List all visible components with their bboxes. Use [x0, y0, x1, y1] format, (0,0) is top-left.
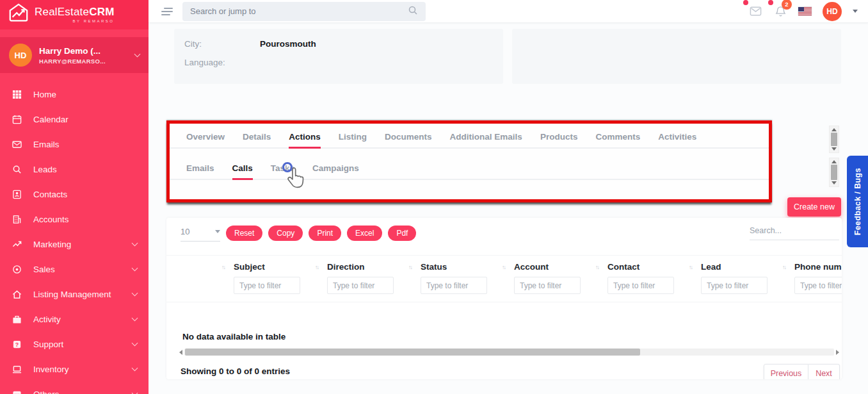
language-flag-icon[interactable]: [798, 7, 812, 15]
sidebar-item-accounts[interactable]: Accounts: [0, 207, 149, 232]
tab-scrollbar-lower[interactable]: [829, 158, 839, 187]
target-icon: [12, 265, 22, 275]
tab-details[interactable]: Details: [243, 132, 271, 147]
scroll-right-icon[interactable]: [836, 350, 839, 355]
sidebar-item-emails[interactable]: Emails: [0, 132, 149, 157]
tab-products[interactable]: Products: [540, 132, 578, 147]
subtab-campaigns[interactable]: Campaigns: [312, 163, 359, 179]
sidebar-item-activity[interactable]: Activity: [0, 307, 149, 332]
horizontal-scrollbar[interactable]: [179, 348, 839, 356]
page-size-select[interactable]: 10: [181, 227, 220, 242]
global-search: [182, 2, 426, 21]
envelope-icon: [12, 140, 22, 150]
svg-text:?: ?: [15, 341, 18, 348]
tab-comments[interactable]: Comments: [595, 132, 640, 147]
chevron-down-icon: [215, 230, 220, 233]
chevron-down-icon[interactable]: [134, 51, 141, 57]
column-header-index[interactable]: ↑↓: [179, 262, 234, 272]
tab-additional-emails[interactable]: Additional Emails: [450, 132, 522, 147]
tab-listing[interactable]: Listing: [339, 132, 367, 147]
sidebar-item-listing-management[interactable]: Listing Management: [0, 282, 149, 307]
column-header-account[interactable]: Account ↑↓: [514, 262, 607, 272]
avatar[interactable]: HD: [823, 2, 842, 21]
scrollbar-track[interactable]: [184, 349, 834, 356]
scrollbar-thumb[interactable]: [831, 165, 837, 180]
tab-documents[interactable]: Documents: [385, 132, 432, 147]
sidebar-item-label: Home: [33, 90, 137, 99]
notifications-button[interactable]: 2: [773, 4, 787, 19]
feedback-bugs-button[interactable]: Feedback / Bugs: [847, 156, 868, 247]
create-new-button[interactable]: Create new: [787, 197, 841, 217]
laptop-icon: [12, 365, 22, 375]
column-header-lead[interactable]: Lead ↑↓: [701, 262, 794, 272]
sidebar-item-leads[interactable]: Leads: [0, 157, 149, 182]
sidebar-item-home[interactable]: Home: [0, 82, 149, 107]
filter-input-contact[interactable]: [607, 277, 674, 294]
tab-activities[interactable]: Activities: [658, 132, 696, 147]
sidebar-user-card[interactable]: HD Harry Demo (... HARRY@REMARSO...: [0, 37, 149, 73]
previous-page-button[interactable]: Previous: [764, 364, 808, 379]
print-button[interactable]: Print: [309, 226, 341, 241]
mail-button[interactable]: [748, 4, 762, 19]
filter-input-account[interactable]: [514, 277, 581, 294]
scrollbar-thumb[interactable]: [831, 133, 837, 146]
sidebar-item-support[interactable]: ? Support: [0, 332, 149, 357]
search-icon[interactable]: [408, 5, 418, 18]
filter-input-subject[interactable]: [234, 277, 300, 294]
hand-cursor-icon: [286, 167, 307, 193]
sidebar-item-marketing[interactable]: Marketing: [0, 232, 149, 257]
scroll-up-icon[interactable]: [832, 128, 837, 131]
table-search-input[interactable]: [750, 226, 839, 235]
main-tabs: Overview Details Actions Listing Documen…: [170, 124, 769, 149]
menu-toggle-icon[interactable]: [161, 6, 173, 17]
sort-icon[interactable]: ↑↓: [595, 264, 599, 270]
copy-button[interactable]: Copy: [268, 226, 303, 241]
scroll-down-icon[interactable]: [832, 147, 837, 151]
filter-input-phone-number[interactable]: [794, 277, 842, 294]
sidebar-item-inventory[interactable]: Inventory: [0, 357, 149, 382]
sort-icon[interactable]: ↑↓: [221, 264, 225, 270]
sidebar-item-sales[interactable]: Sales: [0, 257, 149, 282]
chevron-down-icon: [132, 340, 138, 347]
tab-actions[interactable]: Actions: [289, 132, 321, 149]
subtab-emails[interactable]: Emails: [186, 163, 214, 179]
tab-scrollbar-upper[interactable]: [829, 126, 839, 153]
scroll-up-icon[interactable]: [832, 160, 837, 163]
pagination: Previous Next: [764, 364, 840, 379]
scroll-left-icon[interactable]: [179, 350, 182, 355]
column-header-direction[interactable]: Direction ↑↓: [327, 262, 421, 272]
sidebar-item-label: Accounts: [33, 215, 137, 224]
column-header-contact[interactable]: Contact ↑↓: [607, 262, 701, 272]
global-search-input[interactable]: [190, 6, 408, 16]
subtab-calls[interactable]: Calls: [232, 163, 253, 180]
filter-input-direction[interactable]: [327, 277, 394, 294]
column-header-status[interactable]: Status ↑↓: [421, 262, 514, 272]
sort-icon[interactable]: ↑↓: [315, 264, 318, 270]
record-detail-panel: City: Pourosmouth Language:: [174, 29, 503, 84]
filter-spacer: [179, 277, 234, 294]
sidebar-item-label: Leads: [33, 165, 137, 174]
feedback-bugs-label: Feedback / Bugs: [853, 168, 862, 235]
tab-overview[interactable]: Overview: [186, 132, 225, 147]
filter-input-status[interactable]: [421, 277, 487, 294]
scroll-down-icon[interactable]: [832, 181, 837, 185]
next-page-button[interactable]: Next: [808, 364, 840, 379]
filter-input-lead[interactable]: [701, 277, 768, 294]
sort-icon[interactable]: ↑↓: [408, 264, 412, 270]
brand-name-bold: CRM: [89, 6, 114, 18]
brand-header[interactable]: RealEstateCRM BY REMARSO: [0, 0, 149, 29]
excel-button[interactable]: Excel: [347, 226, 382, 241]
calendar-icon: [12, 115, 22, 125]
reset-button[interactable]: Reset: [226, 226, 262, 241]
sidebar-item-contacts[interactable]: Contacts: [0, 182, 149, 207]
sort-icon[interactable]: ↑↓: [502, 264, 505, 270]
column-header-subject[interactable]: Subject ↑↓: [234, 262, 327, 272]
sidebar-item-calendar[interactable]: Calendar: [0, 107, 149, 132]
sort-icon[interactable]: ↑↓: [782, 264, 785, 270]
column-header-phone-number[interactable]: Phone numb: [794, 262, 842, 272]
sidebar-item-others[interactable]: Others: [0, 382, 149, 394]
chevron-down-icon[interactable]: [853, 10, 858, 13]
sort-icon[interactable]: ↑↓: [689, 264, 692, 270]
scrollbar-thumb[interactable]: [185, 349, 640, 356]
pdf-button[interactable]: Pdf: [388, 226, 416, 241]
